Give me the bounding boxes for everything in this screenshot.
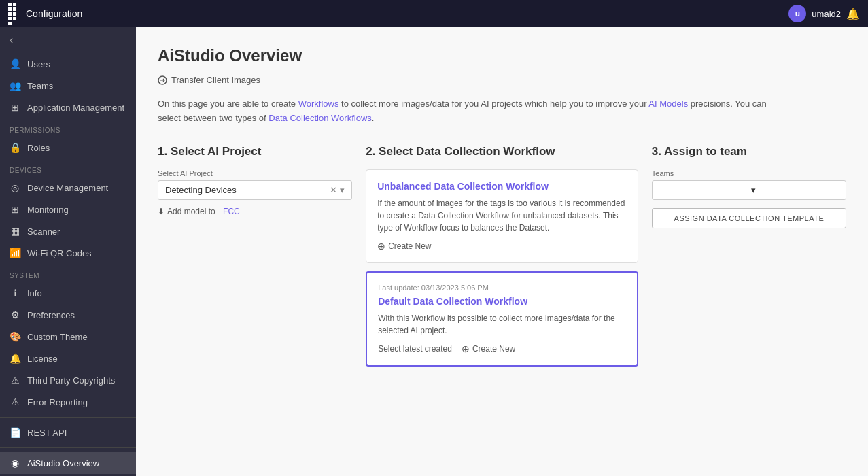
error-reporting-icon: ⚠ bbox=[10, 396, 20, 407]
unbalanced-workflow-card[interactable]: Unbalanced Data Collection Workflow If t… bbox=[366, 169, 638, 263]
rest-api-icon: 📄 bbox=[10, 427, 20, 438]
plus-circle-icon: ⊕ bbox=[377, 241, 385, 252]
clear-icon[interactable]: ✕ bbox=[330, 185, 337, 195]
default-card-title: Default Data Collection Workflow bbox=[378, 296, 626, 307]
default-create-new-link[interactable]: ⊕ Create New bbox=[462, 343, 515, 354]
sidebar-item-label: Scanner bbox=[27, 226, 60, 237]
sidebar-item-error-reporting[interactable]: ⚠ Error Reporting bbox=[0, 391, 136, 413]
unbalanced-create-new-link[interactable]: ⊕ Create New bbox=[377, 241, 431, 252]
teams-select[interactable]: ▾ bbox=[652, 180, 846, 200]
sidebar-item-device-management[interactable]: ◎ Device Management bbox=[0, 177, 136, 199]
permissions-section-label: PERMISSIONS bbox=[0, 118, 136, 137]
sidebar-item-label: AiStudio Overview bbox=[27, 458, 99, 469]
select-icons: ✕ ▾ bbox=[330, 185, 345, 195]
assign-data-collection-button[interactable]: ASSIGN DATA COLLECTION TEMPLATE bbox=[652, 208, 846, 228]
device-management-icon: ◎ bbox=[10, 182, 20, 193]
sidebar-item-label: Monitoring bbox=[27, 205, 69, 215]
license-icon: 🔔 bbox=[10, 353, 20, 364]
default-card-actions: Select latest created ⊕ Create New bbox=[378, 343, 626, 354]
sidebar-item-teams[interactable]: 👥 Teams bbox=[0, 75, 136, 97]
sidebar-item-label: Preferences bbox=[27, 310, 75, 320]
default-card-desc: With this Workflow its possible to colle… bbox=[378, 312, 626, 337]
last-update-label: Last update: 03/13/2023 5:06 PM bbox=[378, 284, 626, 292]
system-section-label: SYSTEM bbox=[0, 264, 136, 282]
sidebar-item-monitoring[interactable]: ⊞ Monitoring bbox=[0, 199, 136, 220]
select-latest-link[interactable]: Select latest created bbox=[378, 344, 452, 354]
sidebar-item-info[interactable]: ℹ Info bbox=[0, 282, 136, 304]
aistudio-icon: ◉ bbox=[10, 458, 20, 469]
sidebar-item-label: Roles bbox=[27, 143, 50, 153]
sidebar-item-license[interactable]: 🔔 License bbox=[0, 347, 136, 369]
step2-title: 2. Select Data Collection Workflow bbox=[366, 145, 638, 158]
wifi-icon: 📶 bbox=[10, 248, 20, 258]
data-collection-link[interactable]: Data Collection Workflows bbox=[268, 113, 371, 123]
add-model-link[interactable]: ⬇ Add model to FCC bbox=[158, 207, 352, 216]
ai-project-select[interactable]: ✕ ▾ bbox=[158, 180, 352, 200]
teams-label: Teams bbox=[652, 169, 846, 177]
sidebar-item-label: Users bbox=[27, 59, 50, 69]
download-icon: ⬇ bbox=[158, 207, 164, 216]
dropdown-icon[interactable]: ▾ bbox=[340, 185, 345, 195]
users-icon: 👤 bbox=[10, 58, 20, 69]
plus-circle-icon-2: ⊕ bbox=[462, 343, 470, 354]
transfer-icon bbox=[158, 75, 167, 85]
sidebar: ‹ 👤 Users 👥 Teams ⊞ Application Manageme… bbox=[0, 27, 136, 476]
unbalanced-card-actions: ⊕ Create New bbox=[377, 241, 627, 252]
step1-title: 1. Select AI Project bbox=[158, 145, 352, 158]
sidebar-item-third-party-copyrights[interactable]: ⚠ Third Party Copyrights bbox=[0, 369, 136, 391]
teams-dropdown-icon[interactable]: ▾ bbox=[751, 185, 839, 195]
sidebar-item-label: Application Management bbox=[27, 103, 124, 113]
sidebar-item-label: Wi-Fi QR Codes bbox=[27, 248, 92, 258]
page-title: AiStudio Overview bbox=[158, 46, 846, 65]
ai-project-input[interactable] bbox=[165, 185, 326, 195]
username-label: umaid2 bbox=[812, 9, 841, 19]
sidebar-item-application-management[interactable]: ⊞ Application Management bbox=[0, 97, 136, 118]
add-model-text: Add model to bbox=[167, 207, 215, 216]
notifications-icon[interactable]: 🔔 bbox=[846, 7, 860, 20]
info-icon: ℹ bbox=[10, 288, 20, 299]
roles-icon: 🔒 bbox=[10, 142, 20, 153]
sidebar-item-wifi-qr-codes[interactable]: 📶 Wi-Fi QR Codes bbox=[0, 242, 136, 264]
avatar: u bbox=[788, 5, 806, 22]
sidebar-divider-2 bbox=[0, 447, 136, 448]
topbar-title: Configuration bbox=[26, 8, 782, 19]
description-text: On this page you are able to create Work… bbox=[158, 97, 769, 126]
apps-icon[interactable] bbox=[8, 3, 19, 25]
sidebar-item-label: Error Reporting bbox=[27, 397, 88, 407]
app-management-icon: ⊞ bbox=[10, 102, 20, 113]
unbalanced-card-title: Unbalanced Data Collection Workflow bbox=[377, 181, 627, 192]
workflows-link[interactable]: Workflows bbox=[298, 99, 339, 109]
default-workflow-card[interactable]: Last update: 03/13/2023 5:06 PM Default … bbox=[366, 271, 638, 367]
sidebar-item-label: Custom Theme bbox=[27, 332, 88, 342]
sidebar-item-label: Third Party Copyrights bbox=[27, 375, 115, 386]
fcc-link[interactable]: FCC bbox=[223, 207, 240, 216]
sidebar-item-label: Info bbox=[27, 288, 42, 299]
sidebar-item-label: License bbox=[27, 354, 58, 364]
step3-section: 3. Assign to team Teams ▾ ASSIGN DATA CO… bbox=[652, 145, 846, 228]
step3-title: 3. Assign to team bbox=[652, 145, 846, 158]
topbar: Configuration u umaid2 🔔 bbox=[0, 0, 868, 27]
unbalanced-card-desc: If the amount of images for the tags is … bbox=[377, 197, 627, 234]
sidebar-item-rest-api[interactable]: 📄 REST API bbox=[0, 422, 136, 443]
step2-section: 2. Select Data Collection Workflow Unbal… bbox=[366, 145, 638, 375]
step1-section: 1. Select AI Project Select AI Project ✕… bbox=[158, 145, 352, 216]
scanner-icon: ▦ bbox=[10, 226, 20, 237]
sidebar-item-roles[interactable]: 🔒 Roles bbox=[0, 137, 136, 158]
topbar-user: u umaid2 🔔 bbox=[788, 5, 860, 22]
sidebar-item-preferences[interactable]: ⚙ Preferences bbox=[0, 304, 136, 326]
transfer-client-images-link[interactable]: Transfer Client Images bbox=[158, 75, 846, 85]
sidebar-item-label: Device Management bbox=[27, 183, 108, 193]
main-layout: ‹ 👤 Users 👥 Teams ⊞ Application Manageme… bbox=[0, 27, 868, 476]
main-content: AiStudio Overview Transfer Client Images… bbox=[136, 27, 868, 476]
sidebar-item-users[interactable]: 👤 Users bbox=[0, 53, 136, 75]
steps-container: 1. Select AI Project Select AI Project ✕… bbox=[158, 145, 846, 375]
sidebar-item-aistudio-overview[interactable]: ◉ AiStudio Overview bbox=[0, 452, 136, 474]
sidebar-item-custom-theme[interactable]: 🎨 Custom Theme bbox=[0, 326, 136, 347]
sidebar-collapse-button[interactable]: ‹ bbox=[0, 27, 136, 53]
select-ai-project-label: Select AI Project bbox=[158, 169, 352, 177]
third-party-icon: ⚠ bbox=[10, 375, 20, 386]
devices-section-label: DEVICES bbox=[0, 158, 136, 177]
preferences-icon: ⚙ bbox=[10, 309, 20, 320]
sidebar-item-scanner[interactable]: ▦ Scanner bbox=[0, 220, 136, 242]
ai-models-link[interactable]: AI Models bbox=[648, 99, 688, 109]
